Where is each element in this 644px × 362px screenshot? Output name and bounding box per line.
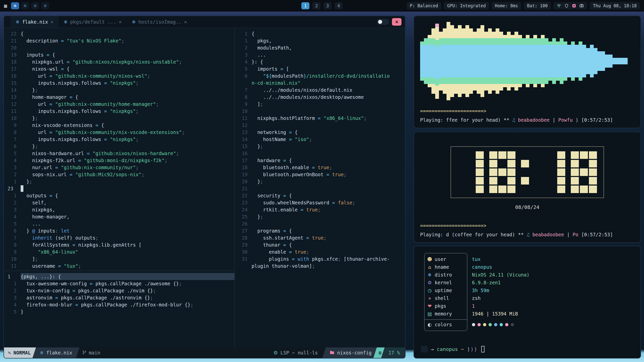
code-line[interactable]: 3 astronvim = pkgs.callPackage ./astronv… [4, 294, 234, 301]
editor-tab[interactable]: ❄flake.nix× [11, 16, 59, 28]
tab-close-icon[interactable]: × [184, 19, 187, 25]
code-line[interactable]: 20 [4, 44, 234, 51]
toggle-switch[interactable] [377, 19, 389, 25]
code-line[interactable]: 3 ... [235, 51, 405, 58]
code-line[interactable]: 4}: { [235, 58, 405, 65]
code-line[interactable]: 30 enable = true; [235, 248, 405, 255]
code-line[interactable]: 4 nixpkgs-f2k.url = "github:moni-dz/nixp… [4, 157, 234, 164]
code-line[interactable]: 9 "x86_64-linux" [4, 248, 234, 255]
code-line[interactable]: 21 description = "tux's NixOS Flake"; [4, 37, 234, 44]
code-line[interactable]: 16 url = "github:nix-community/nixos-wsl… [4, 72, 234, 79]
code-line[interactable]: 5 imports = [ [235, 65, 405, 72]
code-line[interactable]: 24 rtkit.enable = true; [235, 206, 405, 213]
code-line[interactable]: 8 forAllSystems = nixpkgs.lib.genAttrs [ [4, 241, 234, 248]
code-line[interactable]: 22{ [4, 30, 234, 37]
terminal-fetch[interactable]: ☻user⌂hname❄distro⚙kernel◷uptime»shell❤p… [414, 246, 641, 358]
screen-button-4[interactable]: 4 [335, 2, 343, 9]
code-line[interactable]: 20 }; [235, 178, 405, 185]
code-line[interactable]: 10 }; [4, 115, 234, 122]
code-line[interactable]: 6 } @ inputs: let [4, 227, 234, 234]
camera-icon[interactable] [579, 4, 584, 8]
code-line[interactable]: n-cd-minimal.nix" [235, 79, 405, 86]
code-line[interactable]: 2 self, [4, 199, 234, 206]
shield-icon[interactable] [564, 4, 569, 8]
code-line[interactable]: 10 [235, 108, 405, 115]
screen-button-1[interactable]: 1 [301, 2, 309, 9]
code-line[interactable]: 8 ../../modules/nixos/desktop/awesome [235, 94, 405, 101]
code-line[interactable]: 15 inputs.nixpkgs.follows = "nixpkgs"; [4, 79, 234, 86]
terminal-visualizer[interactable]: ======================> Playing: ffee fo… [414, 16, 641, 128]
workspace-tag-4[interactable]: ❄ [41, 2, 49, 9]
code-line[interactable]: 31 plugins = with pkgs.xfce; [thunar-arc… [235, 255, 405, 262]
code-line[interactable]: 19 inputs = { [4, 51, 234, 58]
tab-close-icon[interactable]: × [51, 19, 54, 25]
code-line[interactable]: 11 nixpkgs.hostPlatform = "x86_64-linux"… [235, 115, 405, 122]
code-line[interactable]: 7 ../../modules/nixos/default.nix [235, 86, 405, 94]
editor-tab[interactable]: ❄hosts/isoImag..× [127, 16, 192, 28]
code-line[interactable]: 8 url = "github:nix-community/nix-vscode… [4, 129, 234, 136]
workspace-tag-2[interactable]: ❄ [21, 2, 29, 9]
code-line[interactable]: 7 inherit (self) outputs; [4, 234, 234, 241]
code-line[interactable]: 11 inputs.nixpkgs.follows = "nixpkgs"; [4, 108, 234, 115]
code-line[interactable]: 5} [4, 308, 234, 315]
code-line[interactable]: 3 nur.url = "github:nix-community/nur"; [4, 164, 234, 171]
code-line[interactable]: 23 [4, 185, 234, 192]
code-line[interactable]: 4 firefox-mod-blur = pkgs.callPackage ./… [4, 301, 234, 308]
code-line[interactable]: 10 ]; [4, 255, 234, 262]
menu-grid-icon[interactable]: ▦ [4, 3, 7, 9]
code-line[interactable]: 3 nixpkgs, [4, 206, 234, 213]
code-line[interactable]: 22 security = { [235, 192, 405, 199]
code-line[interactable]: 17 hardware = { [235, 157, 405, 164]
code-line[interactable]: 26 [235, 220, 405, 227]
code-line[interactable]: 11 username = "tux"; [4, 262, 234, 269]
editor-window[interactable]: ❄flake.nix×❄pkgs/default ...×❄hosts/isoI… [4, 16, 406, 358]
code-line[interactable]: 12 url = "github:nix-community/home-mana… [4, 101, 234, 108]
code-line[interactable]: 1{ [235, 30, 405, 37]
code-line[interactable]: 1 tux-awesome-wm-config = pkgs.callPacka… [4, 280, 234, 287]
code-line[interactable]: 27 programs = { [235, 227, 405, 234]
pane-flake-nix[interactable]: 22{21 description = "tux's NixOS Flake";… [4, 28, 234, 270]
code-line[interactable]: 14 hostName = "iso"; [235, 136, 405, 143]
code-line[interactable]: 7 inputs.nixpkgs.follows = "nixpkgs"; [4, 136, 234, 143]
code-line[interactable]: 25 }; [235, 213, 405, 220]
pane-pkgs-default-nix[interactable]: 1{pkgs, ...}: {1 tux-awesome-wm-config =… [4, 271, 234, 347]
code-line[interactable]: 6 }; [4, 143, 234, 150]
code-line[interactable]: 16 [235, 150, 405, 157]
wifi-icon[interactable] [557, 4, 561, 8]
code-line[interactable]: 2 sops-nix.url = "github:Mic92/sops-nix"… [4, 171, 234, 178]
code-line[interactable]: 1 outputs = { [4, 192, 234, 199]
code-line[interactable]: plugin thunar-volman]; [235, 262, 405, 269]
code-line[interactable]: 5 nixos-hardware.url = "github:nixos/nix… [4, 150, 234, 157]
code-line[interactable]: 13 home-manager = { [4, 94, 234, 101]
workspace-tag-3[interactable]: ❄ [31, 2, 39, 9]
palette-icon[interactable] [572, 4, 576, 8]
code-line[interactable]: 9 nix-vscode-extensions = { [4, 122, 234, 129]
code-line[interactable]: 4 home-manager, [4, 213, 234, 220]
code-line[interactable]: 2 modulesPath, [235, 44, 405, 51]
code-line[interactable]: 17 nixos-wsl = { [4, 65, 234, 72]
code-line[interactable]: 13 networking = { [235, 129, 405, 136]
code-line[interactable]: 18 bluetooth.enable = true; [235, 164, 405, 171]
shell-prompt[interactable]: → canopus ~ ⟩⟩⟩ [421, 346, 485, 352]
pane-hosts-iso-image[interactable]: 1{1 pkgs,2 modulesPath,3 ...4}: {5 impor… [235, 28, 405, 347]
code-line[interactable]: 23 sudo.wheelNeedsPassword = false; [235, 199, 405, 206]
code-line[interactable]: 1{pkgs, ...}: { [4, 273, 234, 280]
code-line[interactable]: 18 nixpkgs.url = "github:nixos/nixpkgs/n… [4, 58, 234, 65]
code-line[interactable]: 1 }; [4, 178, 234, 185]
code-line[interactable]: 12 [235, 122, 405, 129]
code-line[interactable]: 6 "${modulesPath}/installer/cd-dvd/insta… [235, 72, 405, 79]
code-line[interactable]: 15 }; [235, 143, 405, 150]
workspace-tag-1[interactable]: ❄ [11, 2, 19, 9]
code-line[interactable]: 1 pkgs, [235, 37, 405, 44]
code-line[interactable]: 9 ]; [235, 101, 405, 108]
code-line[interactable]: 19 bluetooth.powerOnBoot = true; [235, 171, 405, 178]
tab-close-icon[interactable]: × [119, 19, 122, 25]
code-line[interactable]: 21 [235, 185, 405, 192]
screen-button-2[interactable]: 2 [312, 2, 320, 9]
terminal-clock[interactable]: 08/08/24 ======================> Playing… [414, 132, 641, 243]
code-line[interactable]: 28 ssh.startAgent = true; [235, 234, 405, 241]
code-line[interactable]: 14 }; [4, 86, 234, 94]
code-line[interactable]: 29 thunar = { [235, 241, 405, 248]
close-window-button[interactable]: × [392, 18, 401, 26]
code-line[interactable]: 2 tux-nvim-config = pkgs.callPackage ./n… [4, 287, 234, 294]
